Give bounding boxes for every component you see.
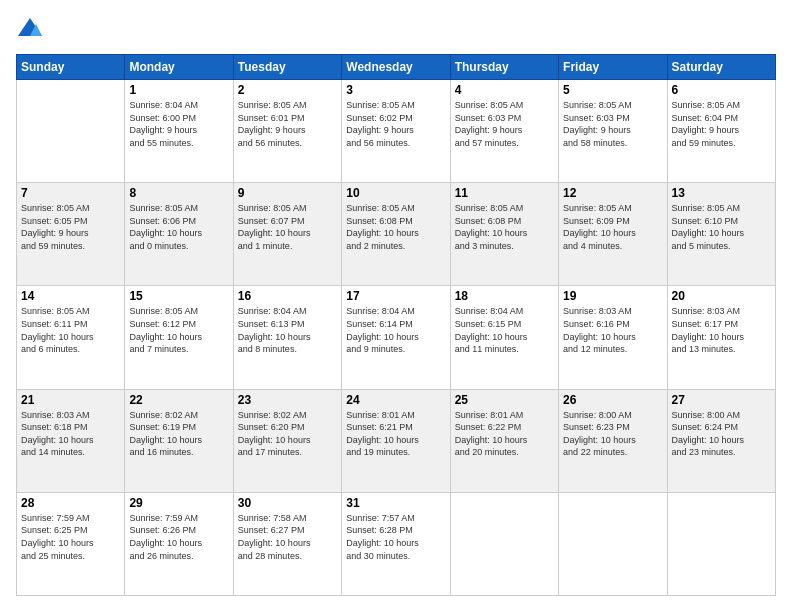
calendar-cell: 9Sunrise: 8:05 AM Sunset: 6:07 PM Daylig…	[233, 183, 341, 286]
day-number: 16	[238, 289, 337, 303]
calendar-cell: 23Sunrise: 8:02 AM Sunset: 6:20 PM Dayli…	[233, 389, 341, 492]
calendar-cell: 11Sunrise: 8:05 AM Sunset: 6:08 PM Dayli…	[450, 183, 558, 286]
day-number: 13	[672, 186, 771, 200]
weekday-header-sunday: Sunday	[17, 55, 125, 80]
day-info: Sunrise: 8:05 AM Sunset: 6:02 PM Dayligh…	[346, 99, 445, 149]
weekday-header-monday: Monday	[125, 55, 233, 80]
calendar-cell: 2Sunrise: 8:05 AM Sunset: 6:01 PM Daylig…	[233, 80, 341, 183]
day-number: 29	[129, 496, 228, 510]
day-number: 22	[129, 393, 228, 407]
day-info: Sunrise: 8:04 AM Sunset: 6:00 PM Dayligh…	[129, 99, 228, 149]
day-number: 3	[346, 83, 445, 97]
calendar-cell: 28Sunrise: 7:59 AM Sunset: 6:25 PM Dayli…	[17, 492, 125, 595]
calendar-cell: 25Sunrise: 8:01 AM Sunset: 6:22 PM Dayli…	[450, 389, 558, 492]
day-info: Sunrise: 8:05 AM Sunset: 6:05 PM Dayligh…	[21, 202, 120, 252]
calendar-cell: 20Sunrise: 8:03 AM Sunset: 6:17 PM Dayli…	[667, 286, 775, 389]
day-info: Sunrise: 8:05 AM Sunset: 6:01 PM Dayligh…	[238, 99, 337, 149]
day-number: 24	[346, 393, 445, 407]
calendar-cell: 5Sunrise: 8:05 AM Sunset: 6:03 PM Daylig…	[559, 80, 667, 183]
day-info: Sunrise: 7:57 AM Sunset: 6:28 PM Dayligh…	[346, 512, 445, 562]
calendar-cell: 6Sunrise: 8:05 AM Sunset: 6:04 PM Daylig…	[667, 80, 775, 183]
day-number: 6	[672, 83, 771, 97]
day-info: Sunrise: 8:00 AM Sunset: 6:24 PM Dayligh…	[672, 409, 771, 459]
calendar-cell	[450, 492, 558, 595]
day-number: 1	[129, 83, 228, 97]
day-info: Sunrise: 8:05 AM Sunset: 6:11 PM Dayligh…	[21, 305, 120, 355]
calendar-cell: 7Sunrise: 8:05 AM Sunset: 6:05 PM Daylig…	[17, 183, 125, 286]
calendar-cell: 13Sunrise: 8:05 AM Sunset: 6:10 PM Dayli…	[667, 183, 775, 286]
day-info: Sunrise: 8:04 AM Sunset: 6:13 PM Dayligh…	[238, 305, 337, 355]
calendar-cell: 3Sunrise: 8:05 AM Sunset: 6:02 PM Daylig…	[342, 80, 450, 183]
day-info: Sunrise: 7:59 AM Sunset: 6:26 PM Dayligh…	[129, 512, 228, 562]
day-info: Sunrise: 8:02 AM Sunset: 6:19 PM Dayligh…	[129, 409, 228, 459]
day-info: Sunrise: 8:00 AM Sunset: 6:23 PM Dayligh…	[563, 409, 662, 459]
day-info: Sunrise: 7:59 AM Sunset: 6:25 PM Dayligh…	[21, 512, 120, 562]
logo-icon	[16, 16, 44, 44]
calendar-table: SundayMondayTuesdayWednesdayThursdayFrid…	[16, 54, 776, 596]
weekday-header-tuesday: Tuesday	[233, 55, 341, 80]
weekday-header-saturday: Saturday	[667, 55, 775, 80]
day-info: Sunrise: 8:05 AM Sunset: 6:03 PM Dayligh…	[563, 99, 662, 149]
day-info: Sunrise: 8:05 AM Sunset: 6:07 PM Dayligh…	[238, 202, 337, 252]
calendar-week-row-5: 28Sunrise: 7:59 AM Sunset: 6:25 PM Dayli…	[17, 492, 776, 595]
calendar-cell	[667, 492, 775, 595]
day-number: 20	[672, 289, 771, 303]
day-number: 5	[563, 83, 662, 97]
day-number: 15	[129, 289, 228, 303]
day-number: 14	[21, 289, 120, 303]
day-info: Sunrise: 8:05 AM Sunset: 6:04 PM Dayligh…	[672, 99, 771, 149]
day-number: 28	[21, 496, 120, 510]
calendar-cell: 1Sunrise: 8:04 AM Sunset: 6:00 PM Daylig…	[125, 80, 233, 183]
day-info: Sunrise: 8:01 AM Sunset: 6:21 PM Dayligh…	[346, 409, 445, 459]
calendar-cell	[17, 80, 125, 183]
day-info: Sunrise: 8:05 AM Sunset: 6:08 PM Dayligh…	[346, 202, 445, 252]
calendar-cell: 4Sunrise: 8:05 AM Sunset: 6:03 PM Daylig…	[450, 80, 558, 183]
day-info: Sunrise: 8:03 AM Sunset: 6:18 PM Dayligh…	[21, 409, 120, 459]
calendar-cell: 29Sunrise: 7:59 AM Sunset: 6:26 PM Dayli…	[125, 492, 233, 595]
calendar-cell: 31Sunrise: 7:57 AM Sunset: 6:28 PM Dayli…	[342, 492, 450, 595]
day-info: Sunrise: 8:03 AM Sunset: 6:16 PM Dayligh…	[563, 305, 662, 355]
day-number: 25	[455, 393, 554, 407]
day-info: Sunrise: 8:01 AM Sunset: 6:22 PM Dayligh…	[455, 409, 554, 459]
day-number: 19	[563, 289, 662, 303]
calendar-week-row-4: 21Sunrise: 8:03 AM Sunset: 6:18 PM Dayli…	[17, 389, 776, 492]
calendar-cell: 21Sunrise: 8:03 AM Sunset: 6:18 PM Dayli…	[17, 389, 125, 492]
calendar-cell: 19Sunrise: 8:03 AM Sunset: 6:16 PM Dayli…	[559, 286, 667, 389]
day-info: Sunrise: 8:02 AM Sunset: 6:20 PM Dayligh…	[238, 409, 337, 459]
calendar-week-row-1: 1Sunrise: 8:04 AM Sunset: 6:00 PM Daylig…	[17, 80, 776, 183]
day-number: 9	[238, 186, 337, 200]
day-number: 21	[21, 393, 120, 407]
weekday-header-wednesday: Wednesday	[342, 55, 450, 80]
day-info: Sunrise: 8:05 AM Sunset: 6:06 PM Dayligh…	[129, 202, 228, 252]
calendar-cell: 14Sunrise: 8:05 AM Sunset: 6:11 PM Dayli…	[17, 286, 125, 389]
weekday-header-row: SundayMondayTuesdayWednesdayThursdayFrid…	[17, 55, 776, 80]
calendar-cell: 12Sunrise: 8:05 AM Sunset: 6:09 PM Dayli…	[559, 183, 667, 286]
day-number: 2	[238, 83, 337, 97]
calendar-cell: 30Sunrise: 7:58 AM Sunset: 6:27 PM Dayli…	[233, 492, 341, 595]
day-number: 30	[238, 496, 337, 510]
day-info: Sunrise: 8:04 AM Sunset: 6:14 PM Dayligh…	[346, 305, 445, 355]
day-number: 4	[455, 83, 554, 97]
day-number: 8	[129, 186, 228, 200]
header	[16, 16, 776, 44]
day-info: Sunrise: 8:04 AM Sunset: 6:15 PM Dayligh…	[455, 305, 554, 355]
weekday-header-friday: Friday	[559, 55, 667, 80]
day-number: 23	[238, 393, 337, 407]
day-info: Sunrise: 8:05 AM Sunset: 6:09 PM Dayligh…	[563, 202, 662, 252]
calendar-cell: 26Sunrise: 8:00 AM Sunset: 6:23 PM Dayli…	[559, 389, 667, 492]
day-number: 31	[346, 496, 445, 510]
calendar-week-row-2: 7Sunrise: 8:05 AM Sunset: 6:05 PM Daylig…	[17, 183, 776, 286]
day-info: Sunrise: 8:05 AM Sunset: 6:03 PM Dayligh…	[455, 99, 554, 149]
calendar-cell: 27Sunrise: 8:00 AM Sunset: 6:24 PM Dayli…	[667, 389, 775, 492]
day-number: 7	[21, 186, 120, 200]
calendar-cell: 15Sunrise: 8:05 AM Sunset: 6:12 PM Dayli…	[125, 286, 233, 389]
day-number: 18	[455, 289, 554, 303]
calendar-week-row-3: 14Sunrise: 8:05 AM Sunset: 6:11 PM Dayli…	[17, 286, 776, 389]
logo	[16, 16, 48, 44]
calendar-cell: 16Sunrise: 8:04 AM Sunset: 6:13 PM Dayli…	[233, 286, 341, 389]
day-number: 17	[346, 289, 445, 303]
day-number: 10	[346, 186, 445, 200]
day-info: Sunrise: 7:58 AM Sunset: 6:27 PM Dayligh…	[238, 512, 337, 562]
calendar-cell: 17Sunrise: 8:04 AM Sunset: 6:14 PM Dayli…	[342, 286, 450, 389]
weekday-header-thursday: Thursday	[450, 55, 558, 80]
